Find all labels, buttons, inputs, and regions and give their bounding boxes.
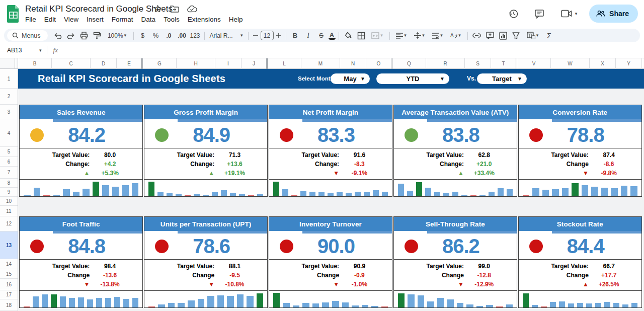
- name-box[interactable]: AB13: [0, 47, 38, 54]
- menu-view[interactable]: View: [60, 15, 83, 24]
- redo-button[interactable]: [65, 30, 77, 41]
- row-header-13[interactable]: 13: [0, 231, 18, 259]
- row-header-15[interactable]: 15: [0, 269, 18, 279]
- row-header-3[interactable]: 3: [0, 105, 18, 119]
- increase-font-size-button[interactable]: [275, 30, 283, 41]
- text-wrap-button[interactable]: ▾: [429, 30, 446, 41]
- select-all-corner[interactable]: [0, 58, 18, 69]
- meet-dropdown-caret[interactable]: ▾: [575, 12, 578, 16]
- menu-tools[interactable]: Tools: [159, 15, 184, 24]
- insert-link-button[interactable]: [471, 30, 483, 41]
- period-dropdown[interactable]: YTD▼: [376, 73, 449, 84]
- row-header-11[interactable]: 11: [0, 206, 18, 216]
- table-views-button[interactable]: ▾: [523, 30, 542, 41]
- row-header-2[interactable]: 2: [0, 89, 18, 105]
- insert-chart-button[interactable]: [497, 30, 509, 41]
- row-header-18[interactable]: 18: [0, 299, 18, 311]
- status-dot-icon: [529, 128, 543, 142]
- italic-button[interactable]: I: [302, 30, 314, 41]
- text-rotation-button[interactable]: A▾: [447, 30, 464, 41]
- column-header-H[interactable]: H: [177, 58, 215, 69]
- decrease-font-size-button[interactable]: [252, 30, 260, 41]
- functions-button[interactable]: Σ: [543, 30, 555, 41]
- column-header-B[interactable]: B: [18, 58, 52, 69]
- menu-format[interactable]: Format: [108, 15, 137, 24]
- row-header-16[interactable]: 16: [0, 279, 18, 290]
- column-header-E[interactable]: E: [117, 58, 143, 69]
- row-header-12[interactable]: 12: [0, 216, 18, 231]
- menu-file[interactable]: File: [21, 15, 40, 24]
- formula-input[interactable]: [58, 43, 644, 58]
- menus-search-button[interactable]: Menus: [7, 30, 48, 41]
- compare-dropdown[interactable]: Target▼: [477, 73, 527, 84]
- row-header-14[interactable]: 14: [0, 259, 18, 269]
- spark-bar: [24, 195, 31, 196]
- row-header-17[interactable]: 17: [0, 290, 18, 299]
- column-header-W[interactable]: W: [551, 58, 590, 69]
- merge-cells-button[interactable]: ▾: [368, 30, 386, 41]
- kpi-sparkline: [144, 179, 267, 196]
- menu-insert[interactable]: Insert: [83, 15, 108, 24]
- menu-data[interactable]: Data: [137, 15, 160, 24]
- vertical-align-button[interactable]: ▾: [411, 30, 428, 41]
- meet-presentation-icon[interactable]: ▾: [556, 4, 582, 23]
- column-header-T[interactable]: T: [491, 58, 517, 69]
- insert-comment-button[interactable]: [484, 30, 496, 41]
- star-icon[interactable]: [153, 5, 162, 13]
- row-header-8[interactable]: 8: [0, 179, 18, 188]
- column-header-X[interactable]: X: [590, 58, 616, 69]
- font-selector[interactable]: Arial R...▾: [208, 30, 245, 41]
- column-header-R[interactable]: R: [426, 58, 465, 69]
- column-header-J[interactable]: J: [242, 58, 268, 69]
- row-header-4[interactable]: 4: [0, 119, 18, 147]
- create-filter-button[interactable]: [510, 30, 522, 41]
- document-title[interactable]: Retail KPI Scorecard in Google Sheets: [25, 4, 173, 14]
- column-header-Y[interactable]: Y: [616, 58, 642, 69]
- strikethrough-button[interactable]: S: [315, 30, 328, 41]
- font-size-input[interactable]: 12: [261, 31, 274, 40]
- more-formats-button[interactable]: 123: [189, 30, 201, 41]
- borders-button[interactable]: [355, 30, 367, 41]
- cloud-saved-icon[interactable]: [187, 6, 197, 13]
- zoom-control[interactable]: 100%▾: [104, 30, 130, 41]
- column-header-N[interactable]: N: [340, 58, 366, 69]
- column-header-M[interactable]: M: [301, 58, 340, 69]
- move-to-folder-icon[interactable]: [170, 5, 179, 13]
- name-box-caret[interactable]: ▾: [39, 48, 42, 53]
- column-header-Q[interactable]: Q: [392, 58, 426, 69]
- row-header-6[interactable]: 6: [0, 157, 18, 167]
- column-header-I[interactable]: I: [215, 58, 242, 69]
- horizontal-align-button[interactable]: ▾: [393, 30, 410, 41]
- text-color-button[interactable]: A: [329, 31, 336, 40]
- column-header-G[interactable]: G: [143, 58, 177, 69]
- fill-color-button[interactable]: [342, 30, 354, 41]
- google-sheets-logo-icon[interactable]: [7, 5, 20, 23]
- bold-button[interactable]: B: [289, 30, 301, 41]
- column-header-S[interactable]: S: [465, 58, 491, 69]
- format-currency-button[interactable]: $: [137, 30, 149, 41]
- column-header-C[interactable]: C: [52, 58, 91, 69]
- month-dropdown[interactable]: May▼: [331, 73, 370, 84]
- row-header-10[interactable]: 10: [0, 197, 18, 206]
- paint-format-button[interactable]: [91, 30, 103, 41]
- column-header-D[interactable]: D: [91, 58, 117, 69]
- menu-extensions[interactable]: Extensions: [184, 15, 225, 24]
- undo-button[interactable]: [52, 30, 64, 41]
- row-header-9[interactable]: 9: [0, 188, 18, 197]
- row-header-1[interactable]: 1: [0, 69, 18, 89]
- column-header-O[interactable]: O: [366, 58, 392, 69]
- change-label: Change:: [144, 160, 214, 169]
- column-header-L[interactable]: L: [268, 58, 301, 69]
- format-percent-button[interactable]: %: [150, 30, 162, 41]
- column-header-V[interactable]: V: [517, 58, 551, 69]
- version-history-icon[interactable]: [504, 4, 523, 23]
- decrease-decimal-button[interactable]: .0: [163, 30, 175, 41]
- increase-decimal-button[interactable]: .00: [176, 30, 188, 41]
- menu-edit[interactable]: Edit: [40, 15, 60, 24]
- share-button[interactable]: Share: [589, 5, 638, 23]
- row-header-7[interactable]: 7: [0, 167, 18, 179]
- print-button[interactable]: [78, 30, 90, 41]
- menu-help[interactable]: Help: [225, 15, 247, 24]
- comments-icon[interactable]: [530, 4, 549, 23]
- row-header-5[interactable]: 5: [0, 147, 18, 157]
